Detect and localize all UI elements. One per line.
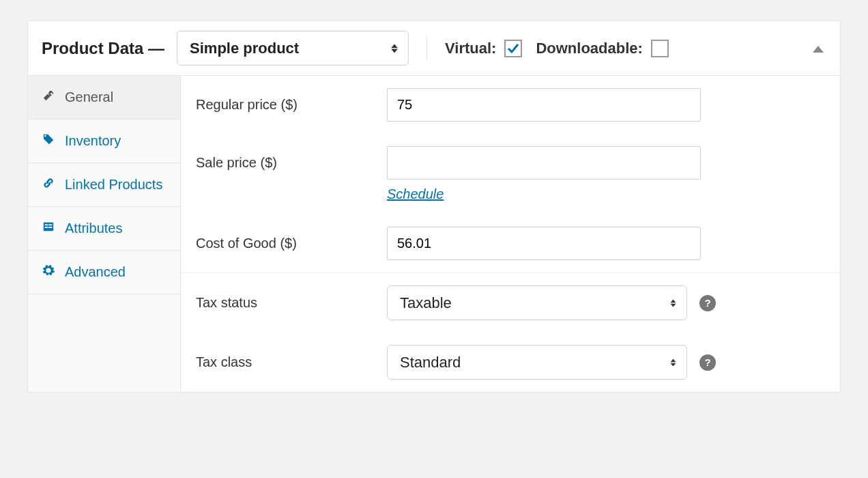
sale-price-row: Sale price ($) xyxy=(181,134,840,184)
panel-body: General Inventory Linked Products Attrib… xyxy=(28,76,840,392)
tax-class-select[interactable]: Standard xyxy=(387,345,687,380)
panel-title-text: Product Data xyxy=(42,39,143,57)
collapse-toggle[interactable] xyxy=(810,38,826,59)
sale-price-label: Sale price ($) xyxy=(196,155,387,171)
cost-of-good-row: Cost of Good ($) xyxy=(181,214,840,272)
sidebar-item-label: Linked Products xyxy=(65,175,162,194)
link-icon xyxy=(40,177,57,189)
tax-status-label: Tax status xyxy=(196,295,387,311)
help-icon[interactable]: ? xyxy=(699,354,716,371)
help-icon[interactable]: ? xyxy=(699,295,716,311)
downloadable-checkbox[interactable] xyxy=(651,40,669,57)
title-dash: — xyxy=(148,39,164,57)
product-type-select-wrap: Simple product xyxy=(177,31,409,66)
sidebar-item-general[interactable]: General xyxy=(28,76,180,120)
product-data-panel: Product Data — Simple product Virtual: D… xyxy=(27,20,841,393)
downloadable-label: Downloadable: xyxy=(536,40,642,57)
virtual-group: Virtual: xyxy=(445,40,522,57)
svg-rect-1 xyxy=(45,224,48,225)
sidebar-item-advanced[interactable]: Advanced xyxy=(28,251,180,294)
sidebar-item-linked-products[interactable]: Linked Products xyxy=(28,163,180,207)
chevron-up-icon xyxy=(813,46,824,53)
divider xyxy=(426,36,427,61)
general-form: Regular price ($) Sale price ($) Schedul… xyxy=(181,76,840,392)
panel-header: Product Data — Simple product Virtual: D… xyxy=(28,21,840,76)
schedule-link[interactable]: Schedule xyxy=(387,186,444,202)
svg-rect-3 xyxy=(45,227,48,228)
sidebar-item-label: Inventory xyxy=(65,132,121,150)
virtual-checkbox[interactable] xyxy=(504,40,522,57)
cost-of-good-label: Cost of Good ($) xyxy=(196,236,387,251)
regular-price-input[interactable] xyxy=(387,88,701,122)
tax-status-select-wrap: Taxable xyxy=(387,285,687,320)
tax-status-select[interactable]: Taxable xyxy=(387,285,687,320)
tax-status-row: Tax status Taxable ? xyxy=(181,272,840,333)
sidebar-item-label: General xyxy=(65,88,113,107)
svg-rect-4 xyxy=(48,227,52,228)
tag-icon xyxy=(40,133,57,145)
sale-price-input[interactable] xyxy=(387,146,701,180)
cost-of-good-input[interactable] xyxy=(387,227,701,260)
sidebar: General Inventory Linked Products Attrib… xyxy=(28,76,181,392)
sidebar-item-attributes[interactable]: Attributes xyxy=(28,207,180,251)
sidebar-item-inventory[interactable]: Inventory xyxy=(28,120,180,163)
svg-rect-2 xyxy=(48,224,52,225)
downloadable-group: Downloadable: xyxy=(536,40,668,57)
sidebar-item-label: Attributes xyxy=(65,219,122,238)
tax-class-select-wrap: Standard xyxy=(387,345,687,380)
virtual-label: Virtual: xyxy=(445,40,496,57)
tax-class-label: Tax class xyxy=(196,354,387,370)
sidebar-item-label: Advanced xyxy=(65,263,126,281)
wrench-icon xyxy=(40,89,57,102)
regular-price-row: Regular price ($) xyxy=(181,76,840,134)
list-icon xyxy=(40,221,57,233)
product-type-select[interactable]: Simple product xyxy=(177,31,409,66)
page-title: Product Data — xyxy=(42,39,164,58)
schedule-row: Schedule xyxy=(181,184,840,214)
regular-price-label: Regular price ($) xyxy=(196,97,387,113)
gear-icon xyxy=(40,264,57,277)
tax-class-row: Tax class Standard ? xyxy=(181,333,840,392)
